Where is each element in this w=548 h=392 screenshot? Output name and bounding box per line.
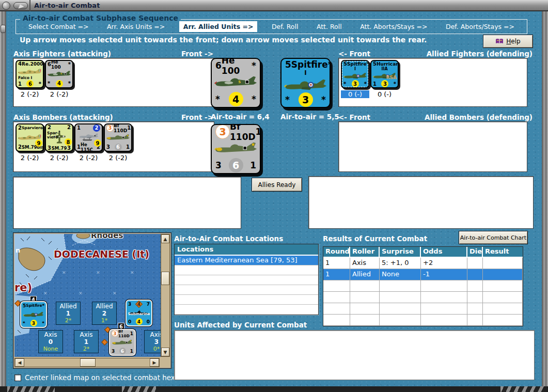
results-header: Die — [467, 247, 483, 258]
map-counter-spitfire[interactable]: 5Spitfire* *3* — [20, 301, 47, 328]
allies-ready-button[interactable]: Allies Ready — [252, 178, 302, 192]
results-panel-title: Results of Current Combat — [323, 234, 427, 243]
window-titlebar: Air-to-air Combat — [0, 0, 548, 11]
units-affected-list[interactable] — [174, 330, 535, 380]
map-stack-axis-0[interactable]: Axis 0 None — [38, 330, 63, 353]
combat-map[interactable]: ✕ ✕ ✕ ✕ ✕ ✕ Rhodes DODECANESE (It) n re)… — [14, 234, 161, 357]
strafe-rating-circle: 3 — [215, 124, 230, 139]
map-stack-allied-2[interactable]: Allied 2 1* — [92, 302, 117, 325]
tab-attack-roll[interactable]: Att. Roll — [312, 21, 346, 32]
aircraft-art-german — [212, 72, 260, 91]
map-horizontal-scrollbar[interactable]: ◀ ▶ — [14, 358, 160, 367]
vertical-scroll-thumb[interactable] — [161, 272, 169, 285]
front-allied-fighter-counter[interactable]: 5Spitfire* I *3* — [280, 58, 331, 108]
tab-attacker-aborts[interactable]: Att. Aborts/Stays => — [356, 21, 431, 32]
shade-icon — [17, 3, 24, 8]
bomb-rating-circle: 2 — [93, 124, 100, 132]
axis-bombers-list[interactable]: 2Sparviero3 9 2SM.79bis1 22 Spar-viero 8… — [13, 121, 214, 172]
hex-mark: ✕ — [113, 291, 117, 296]
hex-mark: ✕ — [43, 291, 48, 296]
air-rating-circle: 9 — [35, 139, 42, 147]
unit-status-text: 2 (-2) — [45, 90, 73, 98]
frame-stripe — [500, 386, 544, 392]
air-combat-dialog: Air-to-air Combat Subphase Sequence Sele… — [6, 11, 542, 386]
scroll-right-button[interactable]: ▶ — [150, 358, 159, 367]
map-stack-axis-1[interactable]: Axis 1 2* — [74, 330, 99, 353]
results-cell-empty — [483, 315, 523, 326]
results-cell-selected[interactable]: Allied — [350, 269, 380, 280]
results-cell[interactable]: 1 — [323, 258, 350, 269]
tab-arrange-allied-units[interactable]: Arr. Allied Units => — [179, 21, 258, 32]
unit-status-text-selected[interactable]: 0 (-) — [341, 90, 369, 98]
aircraft-art-bf110 — [105, 131, 131, 143]
combat-chart-button[interactable]: Air-to-air Combat Chart — [459, 231, 528, 244]
map-stack-allied-1[interactable]: Allied 1 2* — [56, 302, 81, 325]
allied-bombers-list[interactable] — [338, 121, 527, 172]
results-cell[interactable] — [483, 258, 523, 269]
axis-aborted-list[interactable] — [13, 177, 241, 229]
unit-counter-sm79bis[interactable]: 2Sparviero3 9 2SM.79bis1 — [15, 123, 44, 152]
results-cell-selected[interactable] — [483, 269, 523, 280]
results-cell-selected[interactable]: 1 — [323, 269, 350, 280]
aircraft-art-topview: Spar-viero 8 — [46, 130, 72, 145]
location-row-selected[interactable]: Eastern Mediterranean Sea [79, 53] — [175, 256, 318, 265]
aircraft-art-british — [21, 309, 46, 319]
results-cell-selected[interactable]: -1 — [421, 269, 467, 280]
results-cell[interactable]: 5: +1, 0 — [380, 258, 421, 269]
unit-counter-he115c[interactable]: 12 9 1He 115C2 — [74, 123, 103, 152]
results-cell-empty — [380, 303, 421, 315]
allied-fighters-list[interactable]: 5Spitfire* I *3* 5Hurricane* IIA RSA 13*… — [338, 58, 527, 107]
map-stack-axis-3[interactable]: Axis 3 0* — [144, 330, 161, 353]
unit-counter-hurricane[interactable]: 5Hurricane* IIA RSA 13* — [370, 60, 399, 88]
scroll-left-button[interactable]: ◀ — [15, 358, 24, 367]
aircraft-art-british — [281, 76, 330, 92]
unit-counter-bf110d[interactable]: 3Bf 110D1 361 — [104, 123, 132, 152]
submarine-art: Submarine — [127, 307, 151, 318]
center-map-checkbox[interactable] — [14, 374, 21, 381]
unit-counter-he100[interactable]: 6He 100* *4* — [45, 60, 73, 88]
combat-map-panel: ✕ ✕ ✕ ✕ ✕ ✕ Rhodes DODECANESE (It) n re)… — [13, 232, 171, 369]
aircraft-art-british — [342, 71, 368, 80]
results-cell[interactable]: Axis — [350, 258, 380, 269]
results-header: Odds — [421, 247, 467, 258]
tab-select-combat[interactable]: Select Combat => — [24, 21, 93, 32]
unit-counter-sm79[interactable]: 22 Spar-viero 8 3SM.793 — [45, 123, 73, 152]
scroll-down-button[interactable]: ▼ — [161, 348, 169, 356]
unit-status-text: 2 (-2) — [104, 154, 132, 162]
front-axis-fighter-counter[interactable]: 6He 100* *4* — [211, 58, 261, 108]
location-row-empty[interactable] — [175, 265, 318, 275]
tab-defender-aborts[interactable]: Def. Aborts/Stays => — [442, 21, 519, 32]
window-menu-button[interactable] — [2, 2, 10, 10]
results-cell-selected[interactable]: None — [380, 269, 421, 280]
scroll-up-button[interactable]: ▲ — [161, 234, 169, 243]
results-cell-empty — [483, 292, 523, 303]
map-counter-bf110d[interactable]: 3Bf 110D1 361 — [109, 329, 136, 356]
map-counter-submarine[interactable]: 347 Submarine 040 — [126, 300, 152, 326]
unit-status-text: 0 (-) — [370, 90, 399, 98]
location-row-empty[interactable] — [175, 305, 318, 315]
subphase-tabs: Select Combat => Arr. Axis Units => Arr.… — [16, 20, 527, 34]
results-cell-empty — [380, 280, 421, 292]
results-cell-selected[interactable] — [467, 269, 483, 280]
tab-arrange-axis-units[interactable]: Arr. Axis Units => — [103, 21, 169, 32]
unit-counter-spitfire[interactable]: 5Spitfire* I *3* — [341, 60, 369, 88]
results-cell-empty — [350, 292, 380, 303]
allied-aborted-list[interactable] — [308, 176, 534, 229]
window-shade-button[interactable] — [13, 2, 28, 9]
horizontal-scroll-thumb[interactable] — [80, 358, 96, 367]
location-row-empty[interactable] — [175, 275, 318, 285]
help-button[interactable]: Help — [483, 35, 533, 48]
hex-mark: ✕ — [96, 270, 100, 275]
axis-fighters-list[interactable]: 4Re.2000* Falco I 16* 6He 100* *4* 2 (-2… — [13, 58, 214, 107]
location-row-empty[interactable] — [175, 295, 318, 305]
tab-defensive-roll[interactable]: Def. Roll — [268, 21, 302, 32]
results-cell-empty — [380, 315, 421, 326]
results-cell[interactable]: +2 — [421, 258, 467, 269]
front-axis-bomber-counter[interactable]: 3Bf 110D1 361 — [211, 124, 261, 174]
results-cell[interactable] — [467, 258, 483, 269]
location-row-empty[interactable] — [175, 285, 318, 295]
aircraft-art-bf110 — [110, 337, 135, 347]
unit-counter-re2000[interactable]: 4Re.2000* Falco I 16* — [15, 60, 44, 88]
map-vertical-scrollbar[interactable]: ▲ ▼ — [161, 234, 170, 357]
locations-column-header: Locations — [175, 244, 318, 256]
